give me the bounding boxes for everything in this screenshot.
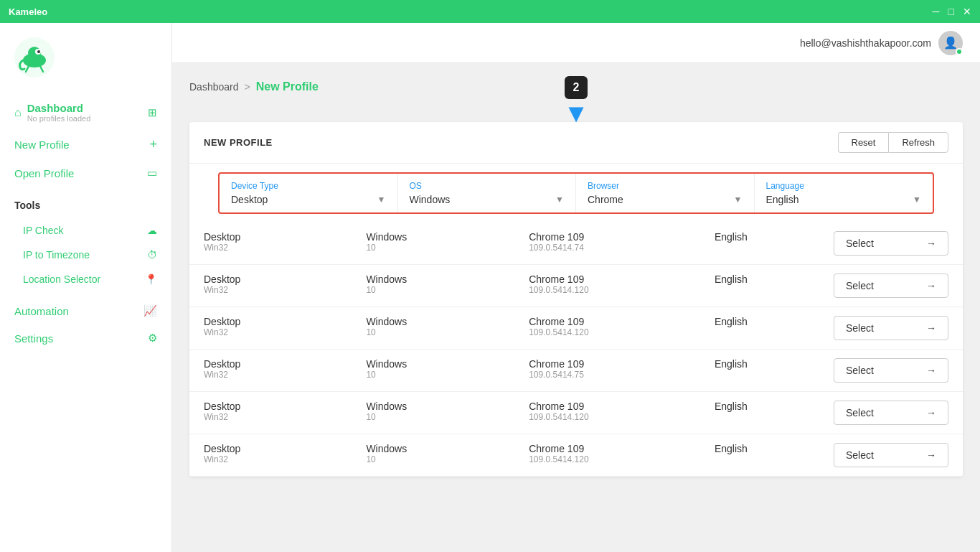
- user-info: hello@vashishthakapoor.com 👤: [800, 31, 963, 55]
- cell-device-sub-4: Win32: [204, 412, 337, 422]
- filter-language-select[interactable]: English ▼: [766, 194, 922, 205]
- select-arrow-icon-5: →: [926, 449, 936, 461]
- table-row: Desktop Win32 Windows 10 Chrome 109 109.…: [189, 434, 963, 477]
- cell-os-main-0: Windows: [366, 231, 500, 243]
- cell-browser-sub-3: 109.0.5414.75: [529, 370, 686, 380]
- maximize-button[interactable]: □: [948, 6, 954, 17]
- cell-browser-2: Chrome 109 109.0.5414.120: [514, 307, 700, 350]
- cell-browser-main-2: Chrome 109: [529, 316, 686, 327]
- select-button-5[interactable]: Select →: [834, 443, 948, 467]
- cell-os-sub-2: 10: [366, 327, 500, 337]
- breadcrumb-dashboard[interactable]: Dashboard: [189, 81, 239, 93]
- sidebar: ⌂ Dashboard No profiles loaded ⊞ New Pro…: [0, 23, 172, 552]
- sidebar-item-ip-check[interactable]: IP Check ☁: [0, 218, 171, 243]
- cell-device-sub-3: Win32: [204, 370, 337, 380]
- cell-device-3: Desktop Win32: [189, 350, 352, 392]
- select-label-1: Select: [846, 280, 874, 291]
- filter-os-value: Windows: [410, 194, 451, 205]
- cell-os-sub-5: 10: [366, 454, 500, 464]
- sidebar-item-settings[interactable]: Settings ⚙: [0, 324, 171, 352]
- cell-language-main-2: English: [715, 316, 805, 327]
- cell-device-5: Desktop Win32: [189, 434, 352, 477]
- sidebar-location-selector-label: Location Selector: [23, 273, 100, 285]
- cell-language-main-5: English: [715, 443, 805, 454]
- cell-language-2: English: [700, 307, 819, 350]
- card-header: NEW PROFILE Reset Refresh: [189, 122, 963, 164]
- sidebar-item-open-profile[interactable]: Open Profile ▭: [0, 159, 171, 187]
- table-row: Desktop Win32 Windows 10 Chrome 109 109.…: [189, 223, 963, 265]
- select-button-3[interactable]: Select →: [834, 358, 948, 383]
- reset-button[interactable]: Reset: [838, 132, 889, 153]
- sidebar-item-dashboard[interactable]: ⌂ Dashboard No profiles loaded ⊞: [0, 95, 171, 130]
- minimize-button[interactable]: ─: [933, 6, 940, 17]
- cell-device-main-2: Desktop: [204, 316, 337, 327]
- ip-timezone-icon: ⏱: [147, 249, 157, 261]
- new-profile-plus-icon: +: [149, 137, 157, 152]
- cell-browser-3: Chrome 109 109.0.5414.75: [514, 350, 700, 392]
- browser-chevron-icon: ▼: [734, 195, 743, 205]
- window-controls: ─ □ ✕: [933, 6, 971, 17]
- select-button-1[interactable]: Select →: [834, 273, 948, 298]
- cell-action-0: Select →: [819, 223, 963, 265]
- cell-browser-main-0: Chrome 109: [529, 231, 686, 243]
- sidebar-dashboard-sub: No profiles loaded: [27, 114, 91, 123]
- cell-device-1: Desktop Win32: [189, 265, 352, 307]
- cell-device-main-1: Desktop: [204, 273, 337, 285]
- select-arrow-icon-0: →: [926, 238, 936, 249]
- results-table-wrapper: Desktop Win32 Windows 10 Chrome 109 109.…: [189, 223, 963, 477]
- cell-browser-4: Chrome 109 109.0.5414.120: [514, 392, 700, 434]
- sidebar-item-new-profile[interactable]: New Profile +: [0, 130, 171, 159]
- location-selector-icon: 📍: [145, 273, 157, 285]
- select-button-2[interactable]: Select →: [834, 316, 948, 340]
- cell-device-sub-1: Win32: [204, 285, 337, 295]
- top-header: hello@vashishthakapoor.com 👤: [172, 23, 980, 63]
- filter-os-select[interactable]: Windows ▼: [410, 194, 565, 205]
- refresh-button[interactable]: Refresh: [888, 132, 948, 153]
- cell-device-main-4: Desktop: [204, 401, 337, 412]
- cell-browser-main-5: Chrome 109: [529, 443, 686, 454]
- filter-device-type: Device Type Desktop ▼: [220, 174, 398, 212]
- table-row: Desktop Win32 Windows 10 Chrome 109 109.…: [189, 350, 963, 392]
- cell-action-4: Select →: [819, 392, 963, 434]
- select-arrow-icon-1: →: [926, 280, 936, 291]
- card-title: NEW PROFILE: [204, 137, 273, 148]
- cell-os-main-2: Windows: [366, 316, 500, 327]
- cell-browser-sub-4: 109.0.5414.120: [529, 412, 686, 422]
- cell-browser-0: Chrome 109 109.0.5414.74: [514, 223, 700, 265]
- sidebar-item-ip-to-timezone[interactable]: IP to Timezone ⏱: [0, 243, 171, 267]
- sidebar-dashboard-label: Dashboard: [27, 102, 91, 114]
- cell-language-3: English: [700, 350, 819, 392]
- sidebar-item-automation[interactable]: Automation 📈: [0, 297, 171, 324]
- select-label-3: Select: [846, 365, 874, 376]
- sidebar-navigation: ⌂ Dashboard No profiles loaded ⊞ New Pro…: [0, 95, 171, 352]
- filter-device-type-select[interactable]: Desktop ▼: [231, 194, 386, 205]
- cell-os-main-1: Windows: [366, 273, 500, 285]
- select-label-0: Select: [846, 238, 874, 249]
- cell-language-0: English: [700, 223, 819, 265]
- ip-check-icon: ☁: [147, 225, 157, 236]
- cell-device-main-3: Desktop: [204, 358, 337, 370]
- cell-device-2: Desktop Win32: [189, 307, 352, 350]
- filter-language: Language English ▼: [755, 174, 933, 212]
- cell-browser-sub-1: 109.0.5414.120: [529, 285, 686, 295]
- select-label-5: Select: [846, 449, 874, 461]
- filter-area: Device Type Desktop ▼ OS Windows ▼: [189, 164, 963, 223]
- cell-device-main-5: Desktop: [204, 443, 337, 454]
- cell-language-main-3: English: [715, 358, 805, 370]
- filter-browser-select[interactable]: Chrome ▼: [588, 194, 743, 205]
- select-button-0[interactable]: Select →: [834, 231, 948, 256]
- avatar-icon: 👤: [943, 36, 958, 50]
- step-badge: 2: [565, 76, 588, 99]
- sidebar-new-profile-label: New Profile: [14, 139, 70, 151]
- sidebar-item-location-selector[interactable]: Location Selector 📍: [0, 267, 171, 291]
- cell-language-main-0: English: [715, 231, 805, 243]
- cell-language-5: English: [700, 434, 819, 477]
- select-button-4[interactable]: Select →: [834, 401, 948, 425]
- language-chevron-icon: ▼: [913, 195, 921, 205]
- svg-point-4: [37, 50, 40, 53]
- dashboard-icon-right: ⊞: [148, 106, 157, 119]
- close-button[interactable]: ✕: [963, 6, 971, 17]
- select-label-2: Select: [846, 322, 874, 334]
- select-arrow-icon-3: →: [926, 365, 936, 376]
- cell-language-1: English: [700, 265, 819, 307]
